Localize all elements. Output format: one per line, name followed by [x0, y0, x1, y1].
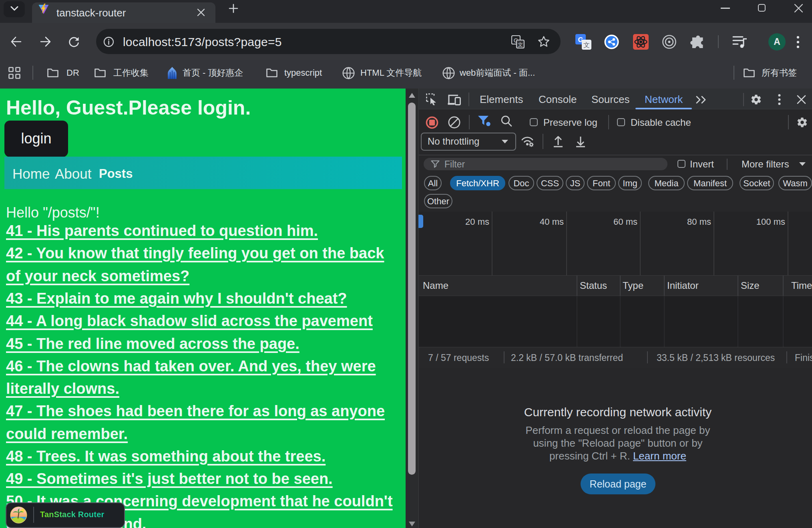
- svg-text:文: 文: [583, 42, 590, 48]
- svg-text:文: 文: [518, 42, 523, 48]
